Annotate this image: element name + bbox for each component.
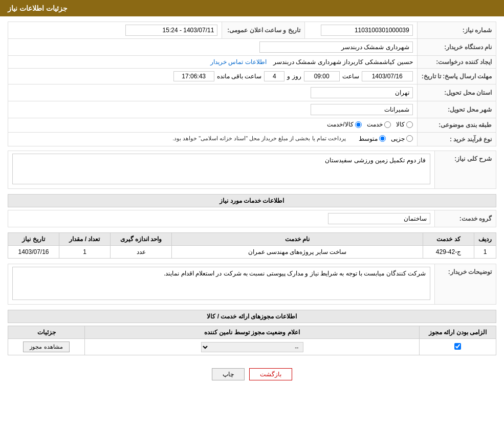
footer-buttons: بازگشت چاپ — [8, 360, 496, 391]
process-jozi-radio[interactable] — [406, 135, 413, 142]
service-group-table: گروه خدمت: ساختمان — [8, 210, 496, 227]
buyer-org-value: شهرداری شمشک دربندسر — [8, 39, 418, 56]
requester-contact-link[interactable]: اطلاعات تماس خریدار — [210, 58, 267, 66]
permits-section-title: اطلاعات مجوزهای ارائه خدمت / کالا — [8, 310, 496, 323]
services-section-title: اطلاعات خدمات مورد نیاز — [8, 194, 496, 207]
need-description-table: شرح کلی نیاز: — [8, 151, 496, 189]
buyer-desc-table: توضیحات خریدار: — [8, 264, 496, 305]
deadline-label: مهلت ارسال پاسخ: تا تاریخ: — [417, 69, 496, 84]
page-header: جزئیات اطلاعات نیاز — [0, 0, 504, 16]
deadline-remaining: 17:06:43 — [173, 71, 214, 81]
city-input: شمیرانات — [311, 104, 413, 115]
service-row-name: ساخت سایر پروژه‌های مهندسی عمران — [172, 246, 423, 259]
back-button[interactable]: بازگشت — [249, 368, 292, 380]
service-row-quantity: 1 — [59, 246, 111, 259]
deadline-days: 4 — [264, 71, 284, 81]
deadline-time: 09:00 — [304, 71, 340, 81]
permit-details-cell: مشاهده مجوز — [8, 339, 85, 355]
process-value: جزیی متوسط پرداخت تمام یا بخشی از مبلغ خ… — [8, 132, 418, 146]
permit-status-cell: -- — [85, 339, 420, 355]
announce-datetime-value: 1403/07/11 - 15:24 — [8, 22, 222, 39]
main-content: شماره نیاز: 1103100301000039 تاریخ و ساع… — [0, 16, 504, 396]
province-input: تهران — [311, 87, 413, 98]
permit-required-cell — [420, 339, 496, 355]
page-wrapper: جزئیات اطلاعات نیاز شماره نیاز: 11031003… — [0, 0, 504, 448]
process-motavaset-radio[interactable] — [379, 135, 386, 142]
need-description-label: شرح کلی نیاز: — [435, 151, 496, 189]
service-row: 1 ج-42-429 ساخت سایر پروژه‌های مهندسی عم… — [8, 246, 496, 259]
category-kala-radio[interactable] — [406, 121, 413, 128]
col-status-announce: اعلام وضعیت مجوز توسط نامین کننده — [85, 326, 420, 339]
category-kala-label: کالا — [396, 121, 405, 128]
service-row-code: ج-42-429 — [423, 246, 474, 259]
deadline-value: 1403/07/16 ساعت 09:00 روز و 4 ساعت باقی … — [8, 69, 418, 84]
deadline-time-label: ساعت — [342, 73, 359, 80]
permit-row: -- مشاهده مجوز — [8, 339, 496, 355]
buyer-desc-textarea[interactable] — [12, 267, 430, 300]
category-kala-khadamat-item: کالا/خدمت — [327, 121, 361, 128]
category-khadamat-label: خدمت — [367, 121, 383, 128]
permit-required-checkbox[interactable] — [454, 343, 461, 350]
category-khadamat-radio[interactable] — [384, 121, 391, 128]
city-label: شهر محل تحویل: — [417, 101, 496, 118]
process-jozi-label: جزیی — [391, 135, 405, 142]
need-number-input: 1103100301000039 — [321, 25, 413, 36]
requester-text: حسین کیاشمشکی کاربرداز شهرداری شمشک دربن… — [273, 58, 413, 66]
service-row-num: 1 — [474, 246, 496, 259]
print-button[interactable]: چاپ — [212, 368, 245, 380]
col-service-code: کد خدمت — [423, 233, 474, 246]
process-note: پرداخت تمام یا بخشی از مبلغ خریداز محل "… — [172, 135, 346, 142]
col-unit: واحد اندازه گیری — [111, 233, 172, 246]
need-description-textarea[interactable] — [12, 154, 430, 184]
col-quantity: تعداد / مقدار — [59, 233, 111, 246]
service-row-date: 1403/07/16 — [8, 246, 59, 259]
buyer-desc-label: توضیحات خریدار: — [435, 264, 496, 305]
deadline-remaining-label: ساعت باقی مانده — [217, 73, 262, 80]
province-label: استان محل تحویل: — [417, 84, 496, 101]
buyer-desc-value — [8, 264, 435, 305]
permits-table: الزامی بودن ارائه مجوز اعلام وضعیت مجوز … — [8, 326, 496, 355]
category-value: کالا خدمت کالا/خدمت — [8, 118, 418, 133]
need-number-label: شماره نیاز: — [417, 22, 496, 39]
process-jozi-item: جزیی — [391, 135, 413, 142]
city-value: شمیرانات — [8, 101, 418, 118]
need-number-value: 1103100301000039 — [304, 22, 417, 39]
requester-label: ایجاد کننده درخواست: — [417, 56, 496, 69]
header-title: جزئیات اطلاعات نیاز — [8, 4, 68, 12]
col-need-date: تاریخ نیاز — [8, 233, 59, 246]
deadline-day-label: روز و — [287, 73, 301, 80]
process-label: نوع فرآیند خرید : — [417, 132, 496, 146]
service-group-input: ساختمان — [328, 213, 430, 224]
need-description-value — [8, 151, 435, 189]
category-kala-item: کالا — [396, 121, 413, 128]
process-motavaset-item: متوسط — [359, 135, 386, 142]
requester-value: حسین کیاشمشکی کاربرداز شهرداری شمشک دربن… — [8, 56, 418, 69]
services-table: ردیف کد خدمت نام خدمت واحد اندازه گیری ت… — [8, 232, 496, 259]
permit-status-select[interactable]: -- — [201, 342, 303, 352]
service-group-value: ساختمان — [8, 210, 435, 227]
col-details: جزئیات — [8, 326, 85, 339]
category-kala-khadamat-radio[interactable] — [355, 121, 362, 128]
process-motavaset-label: متوسط — [359, 135, 378, 142]
col-required: الزامی بودن ارائه مجوز — [420, 326, 496, 339]
category-khadamat-item: خدمت — [367, 121, 391, 128]
view-permit-button[interactable]: مشاهده مجوز — [23, 342, 69, 352]
buyer-org-label: نام دستگاه خریدار: — [417, 39, 496, 56]
col-row-num: ردیف — [474, 233, 496, 246]
info-table: شماره نیاز: 1103100301000039 تاریخ و ساع… — [8, 22, 496, 146]
service-row-unit: عدد — [111, 246, 172, 259]
announce-datetime-input: 1403/07/11 - 15:24 — [125, 25, 217, 36]
announce-datetime-label: تاریخ و ساعت اعلان عمومی: — [222, 22, 304, 39]
deadline-date: 1403/07/16 — [362, 71, 413, 81]
province-value: تهران — [8, 84, 418, 101]
service-group-label: گروه خدمت: — [435, 210, 496, 227]
buyer-org-input: شهرداری شمشک دربندسر — [259, 41, 413, 53]
col-service-name: نام خدمت — [172, 233, 423, 246]
category-kala-khadamat-label: کالا/خدمت — [327, 121, 353, 128]
category-label: طبقه بندی موضوعی: — [417, 118, 496, 133]
